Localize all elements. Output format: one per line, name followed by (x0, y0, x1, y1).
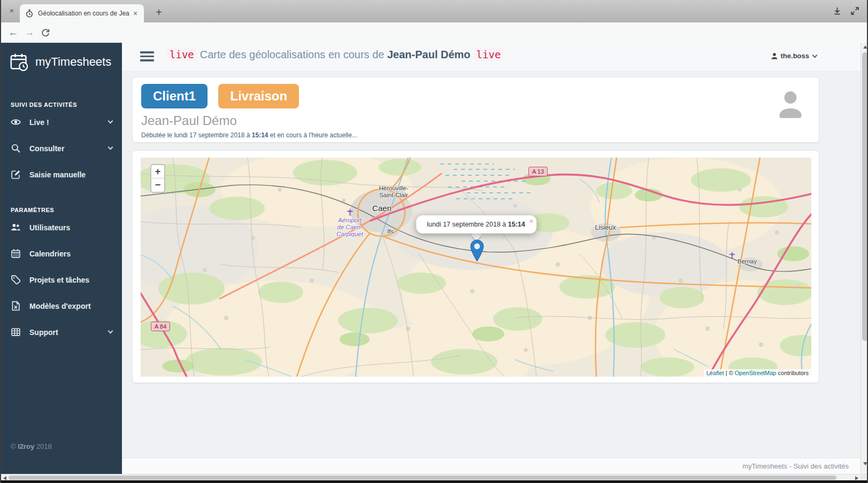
page-title: liveCarte des géolocalisations en cours … (164, 49, 506, 61)
sidebar-item-label: Calendriers (29, 250, 112, 258)
sidebar: myTimesheets SUIVI DES ACTIVITÉS Live ! … (1, 43, 122, 474)
person-name: Jean-Paul Démo (141, 113, 810, 128)
map-zoom-control: + − (150, 164, 165, 193)
map-label-bernay: Bernay (738, 258, 757, 265)
scrollbar-corner (861, 474, 868, 480)
browser-toolbar: ← → https://mytimesheets.fr/dashboard/lo… (1, 22, 867, 43)
status-prefix: Débutée le lundi 17 septembre 2018 à (141, 131, 252, 139)
window-close-icon[interactable]: × (6, 5, 17, 16)
tab-title: Géolocalisation en cours de Jea (38, 10, 131, 17)
attribution-suffix: contributors (776, 370, 809, 376)
tab-close-icon[interactable]: × (131, 9, 140, 18)
sidebar-item-label: Consulter (29, 144, 109, 153)
map-tiles[interactable] (141, 158, 811, 377)
leaflet-link[interactable]: Leaflet (706, 370, 724, 376)
copyright-year: 2018 (34, 442, 52, 450)
sidebar-item-support[interactable]: Support (1, 319, 122, 345)
new-tab-button[interactable]: + (152, 5, 166, 19)
chevron-down-icon (812, 53, 818, 58)
popup-time: 15:14 (508, 221, 525, 228)
user-label: the.boss (781, 52, 809, 60)
popup-text: lundi 17 septembre 2018 à (427, 221, 508, 228)
sidebar-item-projets[interactable]: Projets et tâches (1, 267, 122, 293)
sidebar-copyright: © l2roy 2018 (11, 442, 52, 450)
page-header: liveCarte des géolocalisations en cours … (122, 43, 861, 71)
client-button[interactable]: Client1 (141, 84, 208, 108)
popup-close-icon[interactable]: × (529, 216, 534, 225)
sidebar-item-utilisateurs[interactable]: Utilisateurs (1, 214, 122, 240)
app-logo[interactable]: myTimesheets (1, 43, 122, 79)
zoom-out-button[interactable]: − (151, 178, 164, 192)
map-label-herouville: Hérouville-Saint-Clair (379, 185, 409, 199)
map-label-ifs: Ifs (387, 228, 394, 235)
app-brand: myTimesheets (35, 55, 111, 69)
main-content: liveCarte des géolocalisations en cours … (122, 43, 861, 458)
user-menu[interactable]: the.boss (771, 52, 817, 60)
table-icon (11, 327, 21, 337)
airplane-icon (728, 251, 736, 259)
horizontal-scrollbar[interactable] (1, 474, 861, 480)
sidebar-item-label: Projets et tâches (29, 276, 112, 284)
live-badge: live (474, 48, 504, 61)
status-time: 15:14 (252, 131, 268, 139)
excel-file-icon (11, 301, 21, 311)
airplane-icon (346, 208, 354, 216)
map-attribution: Leaflet | © OpenStreetMap contributors (704, 369, 811, 377)
map-popup: lundi 17 septembre 2018 à 15:14 × (416, 215, 536, 233)
sidebar-item-modeles-export[interactable]: Modèles d'export (1, 293, 122, 319)
forward-icon[interactable]: → (21, 27, 37, 38)
scroll-right-icon[interactable] (855, 476, 858, 480)
chevron-down-icon (108, 119, 113, 124)
road-badge-a84: A 84 (151, 322, 170, 331)
sidebar-section-parametres: PARAMÈTRES (11, 207, 112, 213)
fullscreen-icon[interactable] (850, 6, 859, 15)
sidebar-item-label: Utilisateurs (29, 223, 112, 232)
search-icon (11, 143, 21, 153)
map-canvas[interactable]: Hérouville-Saint-Clair Caen Ifs Aéroport… (141, 158, 811, 377)
sidebar-section-activities: SUIVI DES ACTIVITÉS (11, 102, 112, 108)
vertical-scrollbar[interactable] (861, 43, 868, 474)
reload-icon[interactable] (41, 28, 50, 37)
browser-tab[interactable]: Géolocalisation en cours de Jea × (20, 4, 144, 22)
download-icon[interactable] (833, 6, 842, 15)
scroll-up-icon[interactable] (863, 45, 867, 49)
browser-window: × Géolocalisation en cours de Jea × + ← … (0, 0, 868, 483)
copyright-brand: l2roy (18, 442, 34, 450)
sidebar-item-consulter[interactable]: Consulter (1, 135, 122, 161)
status-suffix: et en cours à l'heure actuelle... (268, 131, 357, 139)
scroll-down-icon[interactable] (863, 462, 867, 465)
sidebar-item-label: Live ! (29, 118, 109, 127)
trip-card: Client1 Livraison Jean-Paul Démo Débutée… (132, 77, 819, 143)
road-badge-a13: A 13 (528, 167, 548, 176)
attribution-separator: | © (724, 370, 735, 376)
task-button[interactable]: Livraison (218, 84, 299, 108)
app-footer: myTimesheets - Suivi des activités (122, 458, 861, 474)
scroll-left-icon[interactable] (3, 476, 6, 480)
window-bottom-edge (1, 480, 867, 483)
openstreetmap-link[interactable]: OpenStreetMap (735, 370, 777, 376)
map-label-lisieux: Lisieux (595, 224, 616, 231)
horizontal-scroll-thumb[interactable] (9, 476, 836, 480)
chevron-down-icon (108, 329, 113, 334)
map-label-airport-caen: Aéroportde Caen-Carpiquet (336, 217, 363, 238)
sidebar-item-label: Support (29, 328, 109, 337)
window-titlebar: × Géolocalisation en cours de Jea × + (1, 0, 867, 22)
hamburger-menu-icon[interactable] (140, 51, 154, 61)
sidebar-item-saisie-manuelle[interactable]: Saisie manuelle (1, 161, 122, 188)
eye-icon (11, 117, 21, 127)
calendar-clock-icon (10, 52, 29, 72)
back-icon[interactable]: ← (5, 27, 21, 38)
vertical-scroll-thumb[interactable] (862, 52, 868, 341)
zoom-in-button[interactable]: + (151, 165, 164, 178)
tag-icon (11, 275, 21, 285)
trip-status: Débutée le lundi 17 septembre 2018 à 15:… (141, 131, 810, 139)
title-person-name: Jean-Paul Démo (387, 49, 471, 60)
sidebar-item-live[interactable]: Live ! (1, 109, 122, 135)
stopwatch-icon (25, 9, 34, 18)
users-icon (11, 222, 21, 232)
copyright-symbol: © (11, 442, 18, 450)
sidebar-item-calendriers[interactable]: Calendriers (1, 240, 122, 267)
map-label-caen: Caen (372, 205, 391, 212)
title-text: Carte des géolocalisations en cours de (200, 49, 387, 60)
map-marker-pin[interactable] (470, 239, 484, 262)
